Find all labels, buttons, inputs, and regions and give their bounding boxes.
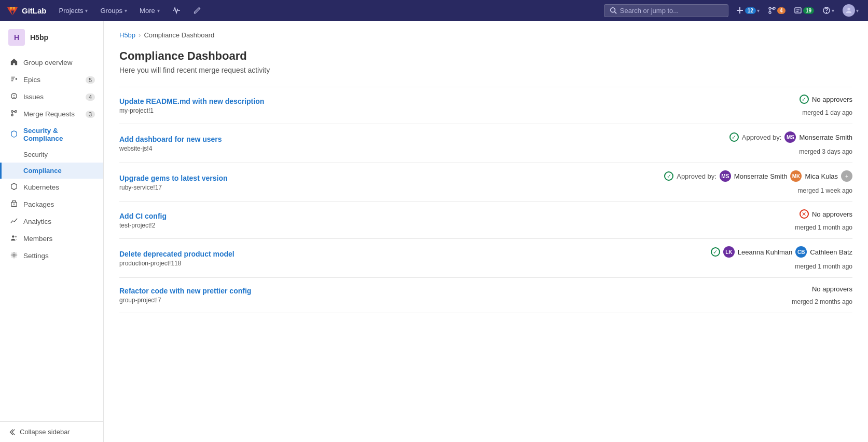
search-bar[interactable]: Search or jump to... bbox=[604, 4, 728, 17]
groups-menu[interactable]: Groups ▾ bbox=[96, 5, 131, 17]
compliance-row-right: ✓ No approvers merged 1 day ago bbox=[686, 95, 852, 116]
issues-icon bbox=[10, 92, 18, 101]
user-menu-button[interactable]: ▾ bbox=[839, 2, 862, 19]
projects-chevron-icon: ▾ bbox=[85, 8, 88, 14]
help-button[interactable]: ▾ bbox=[819, 4, 837, 17]
search-icon bbox=[610, 7, 617, 14]
sidebar-item-issues[interactable]: Issues 4 bbox=[0, 88, 103, 105]
approvers-info: ✕ No approvers bbox=[800, 209, 852, 219]
sidebar-footer: Collapse sidebar bbox=[0, 421, 103, 442]
sidebar-item-members[interactable]: Members bbox=[0, 230, 103, 247]
gitlab-brand[interactable]: GitLab bbox=[6, 4, 47, 17]
compliance-row-right: ✓ Approved by: MS Monserrate Smith MK Mi… bbox=[664, 170, 852, 194]
settings-icon bbox=[10, 251, 18, 260]
sidebar-item-security[interactable]: Security bbox=[0, 146, 103, 163]
approver-name-2: Mica Kulas bbox=[805, 172, 838, 180]
approver-avatar: MS bbox=[784, 131, 796, 143]
topnav-action-icons: 12 ▾ 4 19 ▾ ▾ bbox=[733, 2, 862, 19]
sidebar-item-compliance[interactable]: Compliance bbox=[0, 163, 103, 179]
shield-icon bbox=[10, 130, 18, 139]
approver-avatar-2: MK bbox=[790, 170, 802, 182]
groups-chevron-icon: ▾ bbox=[125, 8, 127, 14]
breadcrumb-group-link[interactable]: H5bp bbox=[119, 31, 135, 39]
approvers-info: No approvers bbox=[812, 285, 852, 293]
sidebar-item-epics[interactable]: Epics 5 bbox=[0, 71, 103, 88]
approver-name-1: Monserrate Smith bbox=[734, 172, 788, 180]
compliance-row: Update README.md with new description my… bbox=[119, 87, 852, 124]
approver-name-1: Leeanna Kuhlman bbox=[738, 248, 793, 256]
merge-requests-icon bbox=[768, 6, 776, 15]
sidebar-item-security-compliance[interactable]: Security & Compliance bbox=[0, 123, 103, 146]
sidebar-item-group-overview[interactable]: Group overview bbox=[0, 54, 103, 71]
sidebar-item-label: Merge Requests bbox=[23, 110, 75, 118]
mr-title-link[interactable]: Delete deprecated product model bbox=[119, 250, 678, 258]
mr-meta: my-project!1 bbox=[119, 107, 678, 114]
no-approvers-label: No approvers bbox=[812, 285, 852, 293]
sidebar-item-packages[interactable]: Packages bbox=[0, 196, 103, 213]
mr-title-link[interactable]: Upgrade gems to latest version bbox=[119, 174, 656, 182]
mr-title-link[interactable]: Add CI config bbox=[119, 212, 678, 220]
sidebar-item-label: Group overview bbox=[23, 59, 73, 66]
todos-badge: 19 bbox=[803, 7, 814, 14]
approver-avatar-1: MS bbox=[720, 170, 731, 182]
create-new-button[interactable]: 12 ▾ bbox=[733, 4, 763, 17]
sidebar-item-kubernetes[interactable]: Kubernetes bbox=[0, 179, 103, 196]
approvers-info: ✓ LK Leeanna Kuhlman CB Cathleen Batz bbox=[711, 246, 852, 258]
create-chevron-icon: ▾ bbox=[757, 8, 760, 14]
approved-by-label: Approved by: bbox=[677, 172, 717, 180]
compliance-row-right: ✓ LK Leeanna Kuhlman CB Cathleen Batz me… bbox=[686, 246, 852, 270]
mr-badge: 4 bbox=[777, 7, 786, 14]
sidebar-item-label: Issues bbox=[23, 93, 44, 101]
more-menu[interactable]: More ▾ bbox=[135, 5, 164, 17]
projects-menu[interactable]: Projects ▾ bbox=[55, 5, 92, 17]
mr-sidebar-badge: 3 bbox=[86, 111, 95, 118]
svg-rect-7 bbox=[795, 8, 801, 13]
home-icon bbox=[10, 58, 18, 67]
svg-point-17 bbox=[11, 111, 13, 113]
main-layout: H H5bp Group overview Epics 5 bbox=[0, 21, 868, 442]
mr-meta: group-project!7 bbox=[119, 297, 678, 304]
sidebar-item-analytics[interactable]: Analytics bbox=[0, 213, 103, 230]
compliance-list: Update README.md with new description my… bbox=[119, 87, 852, 313]
sidebar-item-label: Security bbox=[23, 151, 48, 158]
compliance-row-right: No approvers merged 2 months ago bbox=[686, 285, 852, 305]
compliance-row: Refactor code with new prettier config g… bbox=[119, 278, 852, 313]
collapse-sidebar-button[interactable]: Collapse sidebar bbox=[8, 428, 95, 436]
approved-by-label: Approved by: bbox=[742, 133, 782, 141]
activity-icon-btn[interactable] bbox=[168, 4, 185, 17]
approval-check-icon: ✓ bbox=[664, 171, 673, 181]
pencil-icon-btn[interactable] bbox=[189, 4, 205, 17]
svg-point-0 bbox=[611, 8, 615, 12]
epics-icon bbox=[10, 75, 18, 84]
security-compliance-submenu: Security Compliance bbox=[0, 146, 103, 179]
svg-point-12 bbox=[847, 8, 850, 10]
merge-requests-button[interactable]: 4 bbox=[765, 4, 789, 17]
approver-name-2: Cathleen Batz bbox=[810, 248, 852, 256]
members-icon bbox=[10, 234, 18, 243]
sidebar-item-label: Analytics bbox=[23, 218, 51, 225]
mr-title-link[interactable]: Refactor code with new prettier config bbox=[119, 287, 678, 295]
mr-title-link[interactable]: Update README.md with new description bbox=[119, 97, 678, 105]
sidebar-header: H H5bp bbox=[0, 21, 103, 50]
sidebar-item-merge-requests[interactable]: Merge Requests 3 bbox=[0, 105, 103, 123]
compliance-row-left: Upgrade gems to latest version ruby-serv… bbox=[119, 174, 656, 191]
todos-button[interactable]: 19 bbox=[791, 4, 817, 17]
analytics-icon bbox=[10, 217, 18, 226]
mr-meta: production-project!118 bbox=[119, 260, 678, 267]
approvers-info: ✓ Approved by: MS Monserrate Smith MK Mi… bbox=[664, 170, 852, 182]
breadcrumb: H5bp › Compliance Dashboard bbox=[119, 31, 852, 39]
sidebar-item-label: Members bbox=[23, 235, 52, 243]
mr-meta: website-js!4 bbox=[119, 145, 678, 152]
epics-badge: 5 bbox=[86, 76, 95, 84]
merged-time: merged 1 week ago bbox=[798, 187, 852, 194]
user-avatar bbox=[843, 4, 855, 17]
mr-title-link[interactable]: Add dashboard for new users bbox=[119, 135, 678, 143]
top-navigation: GitLab Projects ▾ Groups ▾ More ▾ Search… bbox=[0, 0, 868, 21]
page-title: Compliance Dashboard bbox=[119, 49, 852, 63]
svg-point-4 bbox=[769, 7, 771, 9]
compliance-row-left: Delete deprecated product model producti… bbox=[119, 250, 678, 267]
svg-point-5 bbox=[769, 11, 771, 14]
approval-check-icon: ✓ bbox=[729, 132, 739, 142]
sidebar-item-settings[interactable]: Settings bbox=[0, 247, 103, 264]
approvers-info: ✓ No approvers bbox=[800, 95, 852, 104]
